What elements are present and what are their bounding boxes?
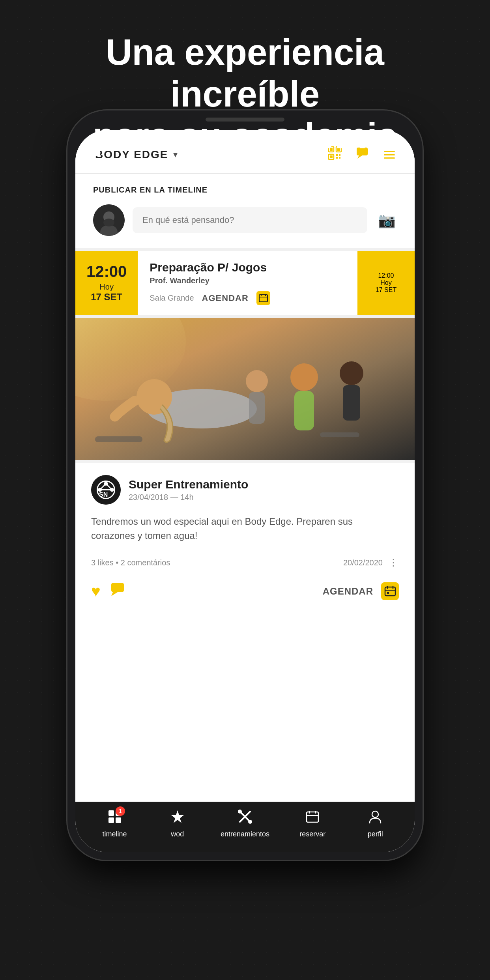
svg-marker-43 [111, 592, 118, 596]
svg-rect-30 [249, 392, 265, 424]
post-stats: 3 likes • 2 comentários [91, 558, 170, 567]
more-options-icon[interactable]: ⋮ [389, 557, 399, 568]
reservar-icon [305, 810, 320, 827]
post-action-left: ♥ [91, 582, 127, 600]
svg-point-56 [238, 810, 242, 814]
svg-rect-51 [108, 817, 114, 823]
post-footer: 3 likes • 2 comentários 20/02/2020 ⋮ [75, 551, 415, 574]
nav-reservar[interactable]: reservar [293, 810, 332, 838]
svg-rect-31 [95, 436, 142, 442]
svg-rect-44 [385, 587, 395, 596]
hero-title: Una experiencia increíble para su academ… [32, 32, 458, 157]
svg-rect-26 [294, 391, 314, 430]
schedule-day-left: Hoy [99, 282, 114, 292]
post-title: Super Entrenamiento [129, 478, 248, 491]
publish-section: PUBLICAR EN LA TIMELINE [75, 174, 415, 251]
schedule-time-left: 12:00 [86, 264, 127, 279]
nav-entrenamientos-label: entrenamientos [221, 830, 269, 838]
nav-wod-label: wod [171, 830, 184, 838]
like-button[interactable]: ♥ [91, 582, 101, 600]
post-footer-right: 20/02/2020 ⋮ [343, 557, 399, 568]
entrenamientos-icon [238, 810, 252, 827]
post-header: SN Super Entrenamiento 23/04/2018 — 14h [75, 463, 415, 511]
comment-button[interactable] [110, 582, 127, 600]
app-content: BODY EDGE ▾ [75, 130, 415, 852]
schedule-card: 12:00 Hoy 17 SET Preparação P/ Jogos Pro… [75, 251, 415, 318]
svg-rect-17 [259, 295, 267, 302]
calendar-icon[interactable] [256, 291, 270, 305]
phone-frame: BODY EDGE ▾ [67, 110, 423, 860]
time-block-left: 12:00 Hoy 17 SET [75, 251, 138, 315]
post-avatar: SN [91, 475, 121, 505]
svg-point-15 [103, 219, 114, 226]
svg-rect-32 [320, 432, 359, 437]
publish-input-field[interactable] [133, 207, 367, 233]
schedule-room: Sala Grande [150, 294, 194, 303]
nav-perfil-label: perfil [368, 830, 383, 838]
agendar-button[interactable]: AGENDAR [323, 586, 373, 597]
time-block-right: 12:00 Hoy 17 SET [357, 251, 415, 315]
svg-marker-53 [171, 810, 184, 823]
user-avatar [93, 204, 125, 236]
svg-rect-42 [111, 583, 124, 592]
nav-perfil[interactable]: perfil [355, 810, 395, 838]
post-date: 23/04/2018 — 14h [129, 493, 248, 502]
timeline-icon: 1 [108, 810, 122, 827]
schedule-date-right: 17 SET [376, 286, 396, 294]
svg-text:📷: 📷 [378, 212, 395, 229]
post-actions: ♥ AGENDAR [75, 574, 415, 612]
schedule-bottom: Sala Grande AGENDAR [150, 291, 346, 305]
publish-title: PUBLICAR EN LA TIMELINE [93, 185, 397, 195]
schedule-class-name: Preparação P/ Jogos [150, 261, 346, 274]
svg-point-25 [290, 363, 318, 391]
nav-timeline[interactable]: 1 timeline [95, 810, 135, 838]
post-footer-date: 20/02/2020 [343, 558, 383, 567]
svg-point-62 [372, 811, 378, 817]
svg-point-27 [340, 361, 363, 385]
nav-wod[interactable]: wod [158, 810, 197, 838]
bottom-nav: 1 timeline wod [75, 802, 415, 852]
hero-section: Una experiencia increíble para su academ… [0, 0, 490, 180]
nav-timeline-label: timeline [103, 830, 127, 838]
perfil-icon [368, 810, 382, 827]
svg-point-29 [246, 370, 268, 392]
post-meta: Super Entrenamiento 23/04/2018 — 14h [129, 478, 248, 502]
nav-reservar-label: reservar [299, 830, 325, 838]
svg-point-57 [248, 820, 252, 824]
notification-badge: 1 [116, 806, 125, 816]
schedule-info: Preparação P/ Jogos Prof. Wanderley Sala… [138, 251, 357, 315]
svg-rect-58 [307, 812, 318, 822]
post-action-right: AGENDAR [323, 582, 399, 600]
svg-rect-52 [116, 817, 121, 823]
camera-icon[interactable]: 📷 [375, 209, 397, 231]
schedule-action-button[interactable]: AGENDAR [202, 293, 249, 303]
svg-rect-49 [108, 810, 114, 816]
schedule-instructor: Prof. Wanderley [150, 276, 346, 285]
schedule-date-left: 17 SET [91, 292, 122, 303]
workout-image [75, 318, 415, 460]
nav-entrenamientos[interactable]: entrenamientos [221, 810, 269, 838]
svg-rect-48 [387, 592, 389, 594]
schedule-time-right: 12:00 [378, 272, 394, 279]
post-card: SN Super Entrenamiento 23/04/2018 — 14h … [75, 463, 415, 802]
publish-input-row: 📷 [93, 204, 397, 236]
svg-text:SN: SN [99, 491, 108, 498]
wod-icon [170, 810, 185, 827]
post-body: Tendremos un wod especial aqui en Body E… [75, 511, 415, 551]
post-calendar-icon[interactable] [381, 582, 399, 600]
schedule-day-right: Hoy [380, 279, 391, 286]
phone-screen: BODY EDGE ▾ [75, 130, 415, 852]
svg-rect-28 [343, 385, 360, 421]
